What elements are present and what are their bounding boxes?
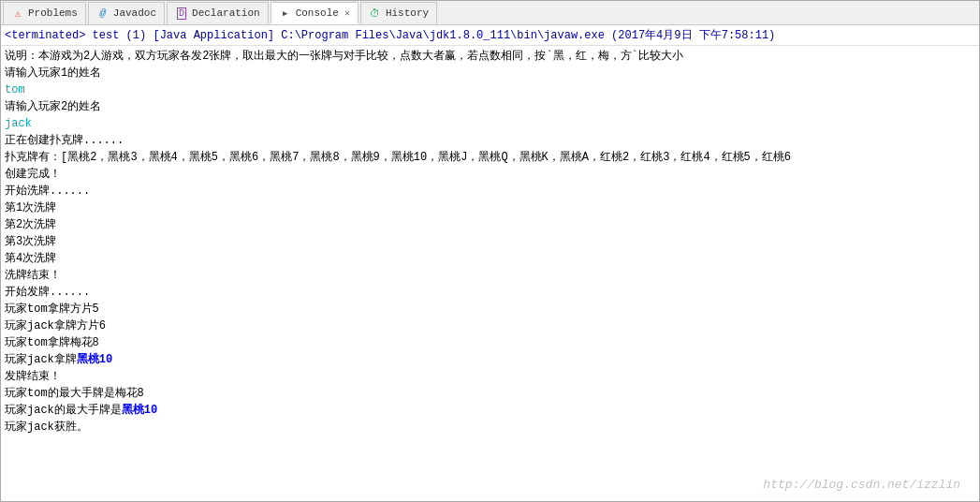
- declaration-icon: [175, 7, 188, 20]
- problems-icon: [11, 7, 24, 20]
- line-jack: jack: [5, 115, 975, 132]
- tab-history[interactable]: History: [360, 2, 437, 24]
- tab-problems-label: Problems: [28, 7, 78, 19]
- line-shuffle3: 第3次洗牌: [5, 233, 975, 250]
- line-jack-card1: 玩家jack拿牌方片6: [5, 317, 975, 334]
- line-cards: 扑克牌有：[黑桃2，黑桃3，黑桃4，黑桃5，黑桃6，黑桃7，黑桃8，黑桃9，黑桃…: [5, 149, 975, 166]
- line-deal-start: 开始发牌......: [5, 284, 975, 301]
- tab-bar: Problems Javadoc Declaration Console ✕ H…: [1, 1, 979, 25]
- javadoc-icon: [96, 7, 110, 20]
- history-icon: [369, 7, 382, 20]
- console-body[interactable]: 说明：本游戏为2人游戏，双方玩家各发2张牌，取出最大的一张牌与对手比较，点数大者…: [1, 46, 979, 501]
- tab-javadoc-label: Javadoc: [113, 7, 156, 19]
- tab-javadoc[interactable]: Javadoc: [88, 2, 165, 24]
- tab-console[interactable]: Console ✕: [271, 2, 358, 24]
- line-deal-end: 发牌结束！: [5, 368, 975, 385]
- watermark: http://blog.csdn.net/izzlin: [763, 478, 960, 492]
- tab-problems[interactable]: Problems: [3, 2, 86, 24]
- line-tom-card2: 玩家tom拿牌梅花8: [5, 334, 975, 351]
- tab-declaration[interactable]: Declaration: [167, 2, 269, 24]
- tab-history-label: History: [386, 7, 429, 19]
- line-tom: tom: [5, 81, 975, 98]
- line-tom-card1: 玩家tom拿牌方片5: [5, 301, 975, 317]
- line-created: 创建完成！: [5, 166, 975, 183]
- line-description: 说明：本游戏为2人游戏，双方玩家各发2张牌，取出最大的一张牌与对手比较，点数大者…: [5, 48, 975, 65]
- line-shuffle-start: 开始洗牌......: [5, 183, 975, 199]
- line-jack-best: 玩家jack的最大手牌是黑桃10: [5, 402, 975, 419]
- line-jack-card2: 玩家jack拿牌黑桃10: [5, 351, 975, 368]
- line-shuffle2: 第2次洗牌: [5, 216, 975, 233]
- console-area: <terminated> test (1) [Java Application]…: [1, 25, 979, 501]
- eclipse-window: Problems Javadoc Declaration Console ✕ H…: [0, 0, 980, 502]
- line-shuffle-end: 洗牌结束！: [5, 267, 975, 284]
- console-close-button[interactable]: ✕: [344, 7, 350, 19]
- console-icon: [279, 7, 292, 20]
- line-input-p1: 请输入玩家1的姓名: [5, 65, 975, 81]
- line-winner: 玩家jack获胜。: [5, 419, 975, 436]
- console-header: <terminated> test (1) [Java Application]…: [1, 25, 979, 46]
- line-input-p2: 请输入玩家2的姓名: [5, 98, 975, 115]
- line-shuffle4: 第4次洗牌: [5, 250, 975, 267]
- tab-console-label: Console: [296, 7, 339, 19]
- line-shuffle1: 第1次洗牌: [5, 199, 975, 216]
- terminated-label: <terminated> test (1) [Java Application]…: [5, 29, 775, 42]
- tab-declaration-label: Declaration: [192, 7, 260, 19]
- line-creating: 正在创建扑克牌......: [5, 132, 975, 149]
- line-tom-best: 玩家tom的最大手牌是梅花8: [5, 385, 975, 402]
